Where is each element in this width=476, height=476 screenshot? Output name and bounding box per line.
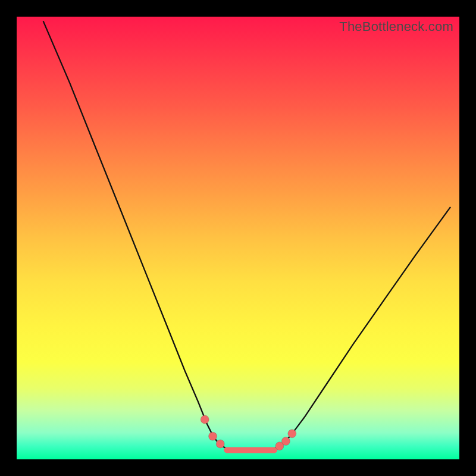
bottleneck-curve (43, 21, 227, 449)
left-shoulder-3 (216, 440, 224, 448)
left-shoulder-1 (201, 415, 209, 424)
curve-svg (17, 17, 459, 459)
chart-frame: TheBottleneck.com (0, 0, 476, 476)
right-shoulder-3 (288, 430, 296, 438)
left-shoulder-2 (209, 432, 217, 440)
bottleneck-curve-right (275, 207, 450, 448)
plot-area: TheBottleneck.com (17, 17, 459, 459)
right-shoulder-2 (281, 437, 290, 446)
